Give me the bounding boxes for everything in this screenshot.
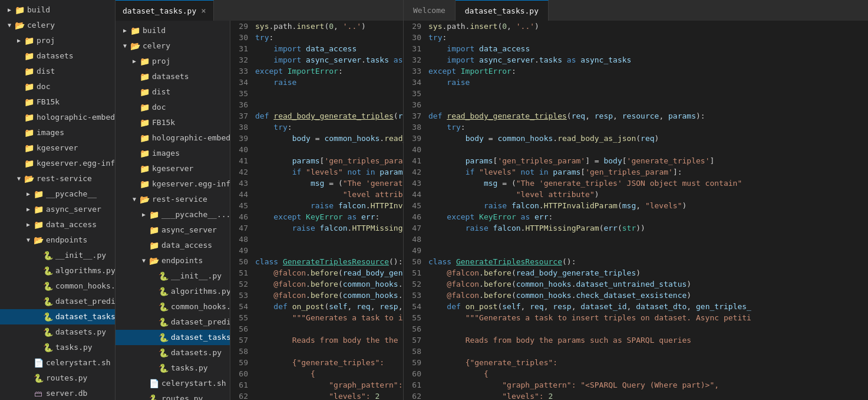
sidebar-item-kgeserver-egg[interactable]: 📁 kgeserver.egg-info (0, 156, 115, 171)
sidebar-item-endpoints[interactable]: ▼ 📂 endpoints (0, 232, 115, 248)
sidebar-item-build[interactable]: ▶ 📁 build (0, 2, 115, 18)
sidebar-item-data-access[interactable]: ▶ 📁 data_access (0, 217, 115, 232)
mid-item-dist[interactable]: 📁 dist (115, 84, 230, 100)
mid-arrow-proj: ▶ (130, 55, 139, 68)
mid-label-kgeserver-egg: kgeserver.egg-info (152, 178, 230, 191)
sidebar-item-celerystart[interactable]: 📄 celerystart.sh (0, 355, 115, 371)
mid-item-algorithms[interactable]: 🐍 algorithms.py (115, 284, 230, 299)
sidebar-item-rest-service[interactable]: ▼ 📂 rest-service (0, 171, 115, 186)
center-tab-close[interactable]: × (201, 6, 206, 15)
sidebar-item-celery[interactable]: ▼ 📂 celery (0, 18, 115, 33)
folder-icon-proj: 📁 (24, 35, 34, 46)
right-code-line-45: 45 raise falcon.HTTPInvalidParam(msg, "l… (404, 200, 868, 211)
code-line-40: 40 (230, 144, 403, 155)
mid-label-dataset-tasks: dataset_tasks.py (171, 331, 230, 344)
center-tab-dataset-tasks[interactable]: dataset_tasks.py × (115, 0, 214, 21)
arrow-endpoints: ▼ (24, 234, 33, 247)
folder-icon-endpoints: 📂 (33, 235, 44, 245)
mid-item-common-hooks[interactable]: 🐍 common_hooks.py (115, 299, 230, 314)
mid-folder-datasets: 📁 (139, 71, 150, 82)
mid-item-build[interactable]: ▶ 📁 build (115, 23, 230, 38)
mid-arrow-celery: ▼ (120, 40, 130, 53)
mid-label-proj: proj (152, 55, 170, 68)
code-line-56: 56 (230, 323, 403, 335)
arrow-rest-service: ▼ (14, 172, 24, 185)
sidebar-item-datasets[interactable]: 📁 datasets (0, 48, 115, 64)
sidebar-item-fb15k[interactable]: 📁 FB15k (0, 94, 115, 110)
mid-item-pycache[interactable]: ▶ 📁 ___pycache__... (115, 207, 230, 222)
mid-item-datasets-py[interactable]: 🐍 datasets.py (115, 345, 230, 360)
sidebar-item-doc[interactable]: 📁 doc (0, 79, 115, 94)
right-code-line-33: 33 except ImportError: (404, 65, 868, 77)
code-line-31: 31 import data_access (230, 43, 403, 54)
right-tab-dataset-tasks-label: dataset_tasks.py (465, 6, 539, 15)
mid-item-endpoints[interactable]: ▼ 📂 endpoints (115, 253, 230, 268)
right-code-line-29: 29 sys.path.insert(0, '..') (404, 21, 868, 32)
sidebar-label-proj: proj (37, 34, 55, 47)
arrow-proj: ▶ (14, 34, 24, 47)
code-line-29: 29 sys.path.insert(0, '..') (230, 21, 403, 32)
code-line-39: 39 body = common_hooks.read_body_as_json… (230, 133, 403, 144)
mid-item-tasks-py[interactable]: 🐍 tasks.py (115, 360, 230, 376)
mid-item-routes[interactable]: 🐍 routes.py (115, 391, 230, 400)
code-line-35: 35 (230, 88, 403, 99)
mid-item-rest-service[interactable]: ▼ 📂 rest-service (115, 192, 230, 207)
right-tab-dataset-tasks[interactable]: dataset_tasks.py (456, 0, 549, 21)
sidebar-item-dataset-prediction[interactable]: 🐍 dataset_prediction.p... (0, 294, 115, 309)
file-icon-server-db: 🗃 (33, 388, 44, 399)
right-code-editor[interactable]: 29 sys.path.insert(0, '..') 30 try: 31 i… (404, 21, 868, 400)
right-code-line-62: 62 "levels": 2 (404, 391, 868, 400)
mid-folder-rest-service: 📂 (139, 194, 150, 205)
code-line-50: 50 class GenerateTriplesResource(): (230, 256, 403, 267)
sidebar-item-images[interactable]: 📁 images (0, 125, 115, 140)
sidebar-item-init[interactable]: 🐍 __init__.py (0, 248, 115, 263)
folder-icon-holographic: 📁 (24, 112, 34, 123)
mid-file-dataset-tasks: 🐍 (158, 332, 169, 343)
sidebar-item-common-hooks[interactable]: 🐍 common_hooks.py (0, 278, 115, 294)
sidebar-label-celery: celery (27, 19, 55, 32)
mid-label-routes: routes.py (161, 392, 203, 400)
mid-item-dataset-tasks[interactable]: 🐍 dataset_tasks.py (115, 330, 230, 345)
mid-item-kgeserver[interactable]: 📁 kgeserver (115, 161, 230, 176)
mid-item-datasets[interactable]: 📁 datasets (115, 69, 230, 84)
sidebar-label-kgeserver-egg: kgeserver.egg-info (37, 157, 115, 170)
mid-file-tasks-py: 🐍 (158, 363, 169, 373)
sidebar-item-async-server[interactable]: ▶ 📁 async_server (0, 202, 115, 217)
right-code-line-60: 60 { (404, 368, 868, 379)
mid-item-fb15k[interactable]: 📁 FB15k (115, 115, 230, 130)
sidebar-item-algorithms[interactable]: 🐍 algorithms.py (0, 263, 115, 278)
sidebar-item-holographic[interactable]: 📁 holographic-embeddings (0, 110, 115, 125)
arrow-build: ▶ (5, 4, 14, 17)
sidebar-label-build: build (27, 4, 50, 17)
file-icon-init: 🐍 (42, 250, 53, 261)
code-line-59: 59 {"generate_triples": (230, 357, 403, 368)
mid-item-doc[interactable]: 📁 doc (115, 100, 230, 115)
mid-item-kgeserver-egg[interactable]: 📁 kgeserver.egg-info (115, 176, 230, 192)
sidebar-item-datasets-py[interactable]: 🐍 datasets.py (0, 324, 115, 340)
sidebar-item-dataset-tasks[interactable]: 🐍 dataset_tasks.py (0, 309, 115, 324)
mid-item-proj[interactable]: ▶ 📁 proj (115, 54, 230, 69)
mid-item-holographic[interactable]: 📁 holographic-embeddings (115, 130, 230, 146)
mid-item-celery[interactable]: ▼ 📂 celery (115, 38, 230, 54)
sidebar-item-proj[interactable]: ▶ 📁 proj (0, 33, 115, 48)
sidebar-item-dist[interactable]: 📁 dist (0, 64, 115, 79)
mid-item-dataset-prediction[interactable]: 🐍 dataset_predictio... (115, 314, 230, 330)
code-line-46: 46 except KeyError as err: (230, 211, 403, 222)
mid-item-celerystart[interactable]: 📄 celerystart.sh (115, 376, 230, 391)
sidebar-item-tasks-py[interactable]: 🐍 tasks.py (0, 340, 115, 355)
mid-label-datasets-py: datasets.py (171, 346, 222, 359)
right-tab-welcome[interactable]: Welcome (404, 0, 456, 21)
sidebar-item-routes[interactable]: 🐍 routes.py (0, 371, 115, 386)
center-code-editor[interactable]: 29 sys.path.insert(0, '..') 30 try: 31 i… (230, 21, 403, 400)
sidebar-item-server-db[interactable]: 🗃 server.db (0, 386, 115, 400)
mid-item-images[interactable]: 📁 images (115, 146, 230, 161)
mid-item-async-server[interactable]: 📁 async_server (115, 222, 230, 238)
sidebar-item-kgeserver[interactable]: 📁 kgeserver (0, 140, 115, 156)
right-tab-welcome-label: Welcome (413, 6, 445, 15)
file-icon-tasks-py: 🐍 (42, 342, 53, 353)
sidebar-item-pycache[interactable]: ▶ 📁 __pycache__ (0, 186, 115, 202)
mid-item-init[interactable]: 🐍 __init__.py (115, 268, 230, 284)
folder-icon-build: 📁 (14, 5, 25, 15)
mid-item-data-access[interactable]: 📁 data_access (115, 238, 230, 253)
mid-label-celery: celery (143, 40, 170, 53)
